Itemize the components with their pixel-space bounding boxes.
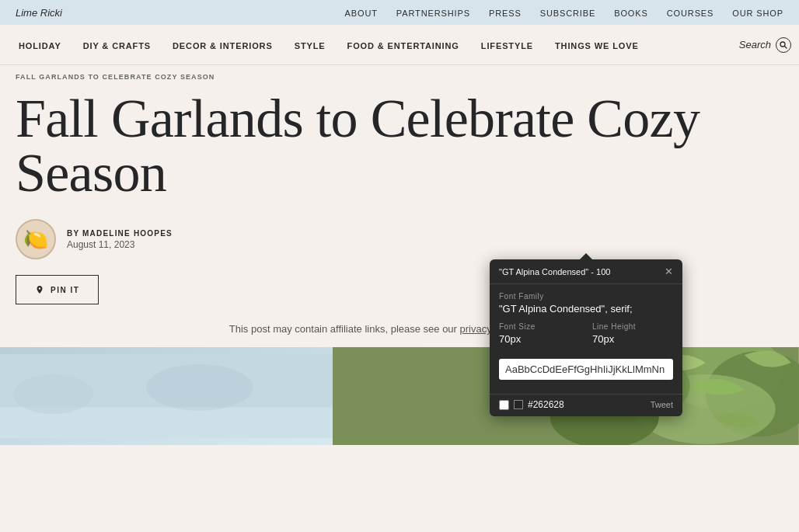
breadcrumb: FALL GARLANDS TO CELEBRATE COZY SEASON [0,65,799,84]
line-height-label: Line Height [592,322,673,331]
search-icon[interactable] [776,37,791,53]
tooltip-title: "GT Alpina Condensed" - 100 [499,267,610,276]
nav-holiday[interactable]: HOLIDAY [8,41,72,50]
author-byline: BY MADELINE HOOPES [67,229,173,238]
nav-style[interactable]: STYLE [284,41,337,50]
pin-button[interactable]: PIN IT [16,275,99,304]
tooltip-header: "GT Alpina Condensed" - 100 ✕ [490,259,682,284]
color-checkbox[interactable] [499,400,509,410]
author-info: BY MADELINE HOOPES August 11, 2023 [67,229,173,250]
search-label: Search [739,39,771,50]
color-swatch [514,400,523,409]
top-nav-courses[interactable]: COURSES [667,9,714,18]
line-height-col: Line Height 70px [592,322,673,353]
site-logo[interactable]: Lime Ricki [16,7,62,19]
top-nav-about[interactable]: ABOUT [345,9,378,18]
nav-things-we-love[interactable]: THINGS WE LOVE [544,41,650,50]
nav-diy-crafts[interactable]: DIY & CRAFTS [72,41,162,50]
author-avatar: 🍋 [16,219,56,259]
svg-line-1 [785,46,787,48]
tooltip-arrow [580,253,592,259]
pin-label: PIN IT [51,286,79,294]
top-nav-books[interactable]: BOOKS [614,9,648,18]
image-left [0,347,333,445]
article-header: Fall Garlands to Celebrate Cozy Season [0,84,799,200]
tweet-link[interactable]: Tweet [651,400,673,409]
top-nav-subscribe[interactable]: SUBSCRIBE [540,9,596,18]
tooltip-close-button[interactable]: ✕ [665,266,673,277]
top-nav: Lime Ricki ABOUT PARTNERSHIPS PRESS SUBS… [0,0,799,25]
secondary-nav: HOLIDAY DIY & CRAFTS DECOR & INTERIORS S… [0,25,799,65]
color-hex: #262628 [528,399,564,410]
nav-lifestyle[interactable]: LIFESTYLE [470,41,544,50]
article-title: Fall Garlands to Celebrate Cozy Season [16,92,715,200]
font-tooltip: "GT Alpina Condensed" - 100 ✕ Font Famil… [490,259,682,416]
secondary-nav-links: HOLIDAY DIY & CRAFTS DECOR & INTERIORS S… [8,38,731,52]
font-family-label: Font Family [499,292,673,301]
image-left-overlay [0,347,333,445]
svg-point-4 [13,374,93,414]
nav-decor-interiors[interactable]: DECOR & INTERIORS [162,41,284,50]
svg-point-5 [146,364,253,411]
font-preview: AaBbCcDdEeFfGgHhIiJjKkLlMmNn [499,359,673,380]
tooltip-footer: #262628 Tweet [490,394,682,416]
tooltip-metrics-row: Font Size 70px Line Height 70px [499,322,673,353]
article-date: August 11, 2023 [67,239,173,250]
left-image-svg [0,347,333,445]
top-nav-shop[interactable]: OUR SHOP [732,9,783,18]
font-size-label: Font Size [499,322,580,331]
search-area: Search [739,37,791,53]
top-nav-links: ABOUT PARTNERSHIPS PRESS SUBSCRIBE BOOKS… [345,5,783,19]
line-height-value: 70px [592,333,673,345]
nav-food-entertaining[interactable]: FOOD & ENTERTAINING [337,41,470,50]
pin-icon [35,285,44,294]
top-nav-press[interactable]: PRESS [489,9,522,18]
color-check: #262628 [499,399,564,410]
affiliate-before: This post may contain affiliate links, p… [229,323,457,335]
font-size-col: Font Size 70px [499,322,580,353]
font-size-value: 70px [499,333,580,345]
author-area: 🍋 BY MADELINE HOOPES August 11, 2023 [0,219,799,259]
tooltip-body: Font Family "GT Alpina Condensed", serif… [490,284,682,394]
top-nav-partnerships[interactable]: PARTNERSHIPS [396,9,470,18]
font-family-value: "GT Alpina Condensed", serif; [499,303,673,315]
